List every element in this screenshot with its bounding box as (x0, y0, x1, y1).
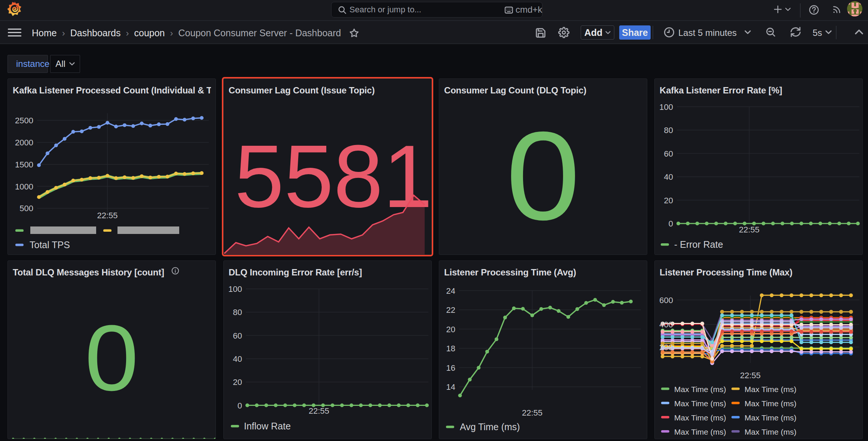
svg-text:Max Time (ms): Max Time (ms) (745, 428, 797, 436)
svg-text:60: 60 (664, 149, 673, 158)
svg-text:100: 100 (659, 102, 673, 112)
svg-text:2500: 2500 (15, 116, 33, 125)
svg-text:22:55: 22:55 (740, 371, 761, 380)
svg-text:20: 20 (446, 325, 455, 334)
svg-text:Max Time (ms): Max Time (ms) (674, 385, 726, 394)
svg-text:500: 500 (19, 204, 33, 213)
svg-text:Max Time (ms): Max Time (ms) (745, 385, 797, 394)
svg-text:Inflow Rate: Inflow Rate (244, 421, 291, 431)
svg-text:Max Time (ms): Max Time (ms) (674, 399, 726, 408)
svg-text:24: 24 (446, 286, 455, 296)
svg-text:0: 0 (669, 219, 673, 228)
svg-text:22:55: 22:55 (739, 225, 760, 234)
svg-text:Avg Time (ms): Avg Time (ms) (460, 422, 520, 432)
svg-text:Total TPS: Total TPS (30, 240, 70, 250)
svg-text:80: 80 (664, 126, 673, 135)
svg-text:Max Time (ms): Max Time (ms) (674, 428, 726, 436)
svg-text:60: 60 (233, 331, 242, 340)
svg-text:- Error Rate: - Error Rate (674, 239, 723, 250)
svg-text:Max Time (ms): Max Time (ms) (674, 413, 726, 422)
svg-text:600: 600 (659, 296, 673, 305)
svg-text:1500: 1500 (15, 160, 33, 169)
svg-text:40: 40 (233, 354, 242, 364)
svg-text:14: 14 (446, 382, 455, 392)
svg-text:400: 400 (659, 320, 673, 329)
svg-text:0: 0 (238, 401, 242, 410)
svg-text:100: 100 (228, 284, 242, 294)
svg-text:20: 20 (664, 196, 673, 205)
svg-text:80: 80 (233, 308, 242, 317)
svg-text:Max Time (ms): Max Time (ms) (745, 413, 797, 422)
svg-text:200: 200 (659, 343, 673, 352)
svg-text:20: 20 (233, 377, 242, 387)
svg-text:1000: 1000 (15, 182, 33, 191)
svg-text:22:55: 22:55 (309, 406, 329, 416)
svg-text:16: 16 (446, 363, 455, 373)
svg-text:2000: 2000 (15, 138, 33, 147)
svg-text:40: 40 (664, 172, 673, 182)
svg-text:18: 18 (446, 344, 455, 353)
svg-text:22:55: 22:55 (522, 408, 542, 417)
svg-text:22:55: 22:55 (97, 211, 117, 220)
svg-text:Max Time (ms): Max Time (ms) (745, 399, 797, 408)
svg-text:22: 22 (446, 305, 455, 315)
